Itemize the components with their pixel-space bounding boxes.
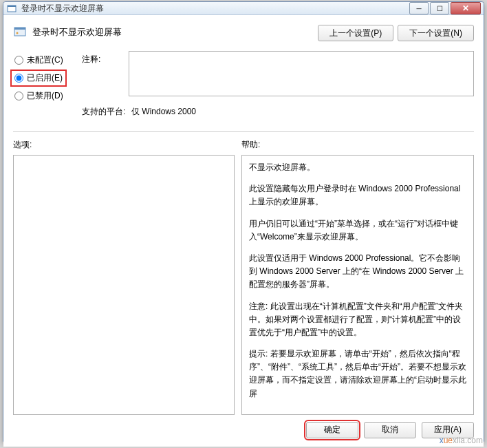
app-icon bbox=[6, 3, 17, 14]
panels: 不显示欢迎屏幕。 此设置隐藏每次用户登录时在 Windows 2000 Prof… bbox=[13, 155, 474, 415]
close-icon: ✕ bbox=[462, 3, 469, 13]
options-panel[interactable] bbox=[13, 155, 235, 415]
svg-point-4 bbox=[17, 32, 19, 34]
fields-col: 注释: 支持的平台: 仅 Windows 2000 bbox=[82, 51, 474, 120]
comment-input[interactable] bbox=[129, 51, 474, 96]
svg-rect-1 bbox=[8, 6, 16, 7]
radio-not-configured-label: 未配置(C) bbox=[27, 54, 63, 66]
apply-button[interactable]: 应用(A) bbox=[422, 422, 474, 438]
help-p6: 提示: 若要显示欢迎屏幕，请单击“开始”，然后依次指向“程序”、“附件”、“系统… bbox=[249, 348, 466, 401]
window-title: 登录时不显示欢迎屏幕 bbox=[21, 3, 409, 14]
help-p2: 此设置隐藏每次用户登录时在 Windows 2000 Professional … bbox=[249, 182, 466, 209]
highlight-enabled: 已启用(E) bbox=[10, 70, 67, 87]
divider bbox=[13, 131, 474, 132]
help-p1: 不显示欢迎屏幕。 bbox=[249, 161, 466, 174]
minimize-icon: ─ bbox=[416, 5, 421, 12]
help-p4: 此设置仅适用于 Windows 2000 Professional。它不会影响到… bbox=[249, 252, 466, 292]
footer: 确定 取消 应用(A) bbox=[13, 415, 474, 441]
radio-not-configured-input[interactable] bbox=[14, 56, 23, 65]
policy-icon bbox=[13, 25, 27, 39]
radio-enabled-input[interactable] bbox=[14, 74, 23, 83]
close-button[interactable]: ✕ bbox=[451, 2, 481, 14]
panel-labels: 选项: 帮助: bbox=[13, 139, 474, 155]
nav-buttons: 上一个设置(P) 下一个设置(N) bbox=[318, 25, 474, 41]
radio-disabled-label: 已禁用(D) bbox=[27, 90, 63, 102]
radio-enabled[interactable]: 已启用(E) bbox=[13, 69, 82, 87]
ok-button[interactable]: 确定 bbox=[306, 422, 358, 438]
titlebar[interactable]: 登录时不显示欢迎屏幕 ─ ☐ ✕ bbox=[3, 2, 484, 15]
radio-group: 未配置(C) 已启用(E) 已禁用(D) bbox=[13, 51, 82, 120]
platform-value: 仅 Windows 2000 bbox=[129, 103, 474, 120]
platform-label: 支持的平台: bbox=[82, 103, 129, 118]
prev-setting-button[interactable]: 上一个设置(P) bbox=[318, 25, 393, 41]
content-area: 登录时不显示欢迎屏幕 上一个设置(P) 下一个设置(N) 未配置(C) 已启用(… bbox=[3, 15, 484, 447]
svg-rect-3 bbox=[14, 28, 25, 30]
comment-row: 注释: bbox=[82, 51, 474, 96]
maximize-button[interactable]: ☐ bbox=[430, 2, 449, 14]
maximize-icon: ☐ bbox=[437, 5, 443, 12]
help-label: 帮助: bbox=[241, 139, 260, 155]
comment-label: 注释: bbox=[82, 51, 129, 65]
minimize-button[interactable]: ─ bbox=[409, 2, 429, 14]
platform-row: 支持的平台: 仅 Windows 2000 bbox=[82, 103, 474, 120]
policy-title: 登录时不显示欢迎屏幕 bbox=[32, 25, 318, 39]
cancel-button[interactable]: 取消 bbox=[364, 422, 416, 438]
options-label: 选项: bbox=[13, 139, 241, 155]
help-p3: 用户仍旧可以通过“开始”菜单选择，或在“运行”对话框中键入“Welcome”来显… bbox=[249, 217, 466, 244]
radio-disabled[interactable]: 已禁用(D) bbox=[13, 87, 82, 105]
next-setting-button[interactable]: 下一个设置(N) bbox=[398, 25, 474, 41]
window-controls: ─ ☐ ✕ bbox=[409, 2, 481, 14]
header-row: 登录时不显示欢迎屏幕 上一个设置(P) 下一个设置(N) bbox=[13, 25, 474, 41]
help-p5: 注意: 此设置出现在“计算机配置”文件夹和“用户配置”文件夹中。如果对两个设置都… bbox=[249, 300, 466, 340]
radio-not-configured[interactable]: 未配置(C) bbox=[13, 51, 82, 69]
help-panel[interactable]: 不显示欢迎屏幕。 此设置隐藏每次用户登录时在 Windows 2000 Prof… bbox=[241, 155, 474, 415]
dialog-window: 登录时不显示欢迎屏幕 ─ ☐ ✕ 登录时不显示欢迎屏幕 上一个设置(P) 下一个… bbox=[3, 1, 484, 442]
radio-enabled-label: 已启用(E) bbox=[27, 72, 63, 84]
radio-disabled-input[interactable] bbox=[14, 92, 23, 100]
config-row: 未配置(C) 已启用(E) 已禁用(D) 注释: bbox=[13, 51, 474, 120]
